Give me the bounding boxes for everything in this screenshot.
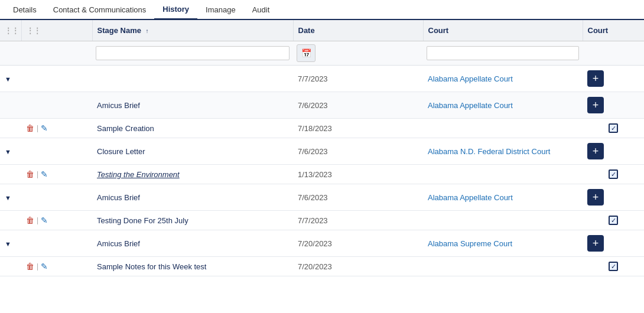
filter-expand-cell [0,41,21,66]
checkbox[interactable]: ✓ [609,262,618,271]
court-cell [423,257,583,276]
date-value: 7/18/2023 [298,124,332,133]
expand-arrow-icon[interactable]: ▼ [5,240,11,247]
note-name-label: Sample Creation [97,124,154,133]
stage-name-cell: Sample Creation [92,119,293,138]
date-value: 7/6/2023 [298,193,328,202]
checkbox-cell: ✓ [583,211,644,230]
checkbox[interactable]: ✓ [609,216,618,225]
expand-cell[interactable]: ▼ [0,184,21,211]
delete-icon[interactable]: 🗑 [26,262,34,271]
court-cell: Alabama Appellate Court [423,66,583,92]
filter-status-cell [583,41,644,66]
expand-cell [0,165,21,184]
table-row: ▼ Amicus Brief 7/6/2023 Alabama Appellat… [0,184,644,211]
table-row: 🗑 | ✎ Sample Creation 7/18/2023 ✓ [0,119,644,138]
separator: | [37,216,38,224]
tab-details[interactable]: Details [5,0,45,19]
table-row: ▼ 7/7/2023 Alabama Appellate Court + [0,66,644,92]
court-value: Alabama N.D. Federal District Court [428,147,550,156]
filter-stage-input[interactable] [96,46,290,60]
date-cell: 7/6/2023 [293,138,423,165]
court-cell: Alabama Appellate Court [423,184,583,211]
plus-cell: + [583,66,644,92]
court-cell [423,119,583,138]
table-row: ▼ Amicus Brief 7/20/2023 Alabama Supreme… [0,230,644,257]
filter-court-cell [423,41,583,66]
filter-court-input[interactable] [427,46,579,60]
table-row: ▼ Closure Letter 7/6/2023 Alabama N.D. F… [0,138,644,165]
col-status[interactable]: Court [583,20,644,41]
court-cell: Alabama Supreme Court [423,230,583,257]
expand-cell[interactable]: ▼ [0,66,21,92]
delete-icon[interactable]: 🗑 [26,216,34,225]
add-button[interactable]: + [587,235,604,252]
expand-cell[interactable]: ▼ [0,138,21,165]
expand-arrow-icon[interactable]: ▼ [5,194,11,201]
stage-name-cell: Testing Done For 25th July [92,211,293,230]
checkbox[interactable]: ✓ [609,169,618,179]
expand-cell [0,257,21,276]
tab-imanage[interactable]: Imanage [197,0,244,19]
edit-icon[interactable]: ✎ [41,216,48,225]
date-value: 7/7/2023 [298,74,328,83]
calendar-filter-button[interactable]: 📅 [297,44,316,62]
stage-name-cell: Amicus Brief [92,184,293,211]
tab-contact[interactable]: Contact & Communications [45,0,155,19]
add-button[interactable]: + [587,189,604,206]
table-row: 🗑 | ✎ Testing the Environment 1/13/2023 … [0,165,644,184]
sort-asc-icon: ↑ [146,28,149,34]
drag-icon: ⋮⋮ [5,27,19,35]
stage-name-cell: Closure Letter [92,138,293,165]
expand-arrow-icon[interactable]: ▼ [5,148,11,155]
date-value: 7/20/2023 [298,262,332,271]
filter-date-cell: 📅 [293,41,423,66]
filter-stage-cell [92,41,293,66]
stage-name-cell: Sample Notes for this Week test [92,257,293,276]
stage-name-cell [92,66,293,92]
date-value: 7/7/2023 [298,216,328,225]
court-cell: Alabama Appellate Court [423,92,583,119]
separator: | [37,170,38,178]
edit-icon[interactable]: ✎ [41,262,48,271]
delete-icon[interactable]: 🗑 [26,123,34,133]
stage-name-label: Closure Letter [97,147,145,156]
add-button[interactable]: + [587,143,604,159]
col-court[interactable]: Court [423,20,583,41]
tab-history[interactable]: History [154,0,197,20]
checkbox[interactable]: ✓ [609,123,618,133]
drag-icon: ⋮⋮ [27,27,41,35]
note-name-label: Sample Notes for this Week test [97,262,206,271]
date-value: 7/20/2023 [298,239,332,248]
actions-cell [21,138,92,165]
actions-cell [21,230,92,257]
expand-cell [0,119,21,138]
plus-cell: + [583,92,644,119]
filter-actions-cell [21,41,92,66]
col-actions: ⋮⋮ [21,20,92,41]
table-row: Amicus Brief 7/6/2023 Alabama Appellate … [0,92,644,119]
add-button[interactable]: + [587,97,604,113]
actions-cell [21,66,92,92]
stage-name-cell: Amicus Brief [92,230,293,257]
note-name-label[interactable]: Testing the Environment [97,170,180,179]
court-cell [423,211,583,230]
actions-cell [21,92,92,119]
expand-cell[interactable]: ▼ [0,230,21,257]
col-stage-name[interactable]: Stage Name ↑ [92,20,293,41]
separator: | [37,262,38,270]
add-button[interactable]: + [587,70,604,87]
edit-icon[interactable]: ✎ [41,169,48,179]
table-row: 🗑 | ✎ Sample Notes for this Week test 7/… [0,257,644,276]
tab-audit[interactable]: Audit [244,0,278,19]
edit-icon[interactable]: ✎ [41,123,48,133]
history-table-wrap: ⋮⋮ ⋮⋮ Stage Name ↑ Date Court Court 📅 ▼ … [0,20,644,276]
stage-name-label: Amicus Brief [97,101,140,110]
stage-name-label: Amicus Brief [97,239,140,248]
col-date[interactable]: Date [293,20,423,41]
court-value: Alabama Supreme Court [428,239,512,248]
date-cell: 7/6/2023 [293,184,423,211]
expand-arrow-icon[interactable]: ▼ [5,76,11,83]
court-cell: Alabama N.D. Federal District Court [423,138,583,165]
delete-icon[interactable]: 🗑 [26,169,34,179]
